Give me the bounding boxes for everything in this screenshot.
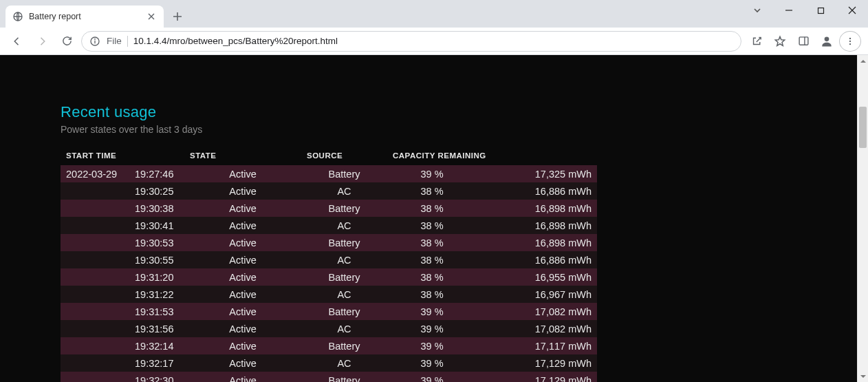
header-start-time: START TIME — [61, 147, 184, 165]
cell-percent: 39 % — [387, 165, 477, 182]
scroll-up-arrow[interactable] — [858, 55, 868, 67]
bookmark-button[interactable] — [769, 31, 791, 52]
cell-mwh: 17,129 mWh — [477, 372, 597, 382]
cell-source: Battery — [301, 200, 387, 217]
cell-mwh: 17,325 mWh — [477, 165, 597, 182]
cell-time: 19:30:38 — [129, 200, 184, 217]
cell-percent: 39 % — [387, 372, 477, 382]
cell-percent: 38 % — [387, 251, 477, 268]
scroll-track[interactable] — [858, 67, 868, 370]
cell-source: AC — [301, 182, 387, 200]
svg-point-9 — [849, 40, 851, 41]
cell-date — [61, 320, 129, 337]
cell-time: 19:30:41 — [129, 217, 184, 234]
table-row: 19:30:38ActiveBattery38 %16,898 mWh — [61, 200, 597, 217]
table-row: 19:31:20ActiveBattery38 %16,955 mWh — [61, 268, 597, 286]
cell-state: Active — [184, 303, 301, 320]
cell-state: Active — [184, 251, 301, 268]
table-row: 19:32:30ActiveBattery39 %17,129 mWh — [61, 372, 597, 382]
cell-date — [61, 234, 129, 251]
svg-point-8 — [849, 37, 851, 39]
cell-state: Active — [184, 337, 301, 354]
cell-percent: 38 % — [387, 268, 477, 286]
cell-mwh: 16,955 mWh — [477, 268, 597, 286]
cell-state: Active — [184, 372, 301, 382]
profile-button[interactable] — [816, 31, 838, 52]
cell-mwh: 17,082 mWh — [477, 303, 597, 320]
cell-mwh: 17,129 mWh — [477, 354, 597, 372]
tab-close-button[interactable] — [146, 11, 157, 22]
section-title: Recent usage — [61, 103, 857, 121]
cell-mwh: 16,886 mWh — [477, 182, 597, 200]
browser-tab[interactable]: Battery report — [6, 6, 164, 28]
cell-source: AC — [301, 286, 387, 303]
table-row: 19:31:53ActiveBattery39 %17,082 mWh — [61, 303, 597, 320]
back-button[interactable] — [7, 31, 28, 52]
url-path: 10.1.4.4/mro/between_pcs/Battery%20repor… — [133, 36, 734, 46]
cell-mwh: 16,967 mWh — [477, 286, 597, 303]
header-state: STATE — [184, 147, 301, 165]
address-bar[interactable]: File 10.1.4.4/mro/between_pcs/Battery%20… — [81, 31, 741, 52]
viewport-wrap: Recent usage Power states over the last … — [0, 55, 868, 382]
cell-state: Active — [184, 165, 301, 182]
cell-time: 19:30:55 — [129, 251, 184, 268]
cell-state: Active — [184, 182, 301, 200]
cell-source: AC — [301, 217, 387, 234]
cell-source: AC — [301, 354, 387, 372]
svg-rect-1 — [818, 8, 823, 13]
reload-button[interactable] — [56, 31, 77, 52]
table-row: 19:30:55ActiveAC38 %16,886 mWh — [61, 251, 597, 268]
cell-date — [61, 286, 129, 303]
table-row: 2022-03-2919:27:46ActiveBattery39 %17,32… — [61, 165, 597, 182]
scroll-down-arrow[interactable] — [858, 370, 868, 382]
cell-mwh: 17,117 mWh — [477, 337, 597, 354]
tab-search-button[interactable] — [741, 0, 773, 21]
cell-source: Battery — [301, 337, 387, 354]
cell-date: 2022-03-29 — [61, 165, 129, 182]
app-menu-button[interactable] — [839, 31, 861, 52]
battery-report: Recent usage Power states over the last … — [0, 55, 857, 382]
site-info-icon[interactable] — [89, 35, 101, 47]
table-row: 19:30:41ActiveAC38 %16,898 mWh — [61, 217, 597, 234]
page-viewport[interactable]: Recent usage Power states over the last … — [0, 55, 857, 382]
cell-time: 19:31:56 — [129, 320, 184, 337]
header-capacity: CAPACITY REMAINING — [387, 147, 597, 165]
window-minimize-button[interactable] — [773, 0, 805, 21]
cell-time: 19:32:14 — [129, 337, 184, 354]
cell-mwh: 16,898 mWh — [477, 217, 597, 234]
cell-source: Battery — [301, 234, 387, 251]
cell-percent: 38 % — [387, 286, 477, 303]
table-row: 19:30:25ActiveAC38 %16,886 mWh — [61, 182, 597, 200]
section-subtitle: Power states over the last 3 days — [61, 124, 857, 135]
cell-state: Active — [184, 354, 301, 372]
cell-state: Active — [184, 320, 301, 337]
svg-rect-5 — [799, 37, 808, 45]
window-maximize-button[interactable] — [805, 0, 836, 21]
url-scheme: File — [107, 36, 122, 46]
cell-mwh: 16,898 mWh — [477, 200, 597, 217]
side-panel-button[interactable] — [792, 31, 814, 52]
forward-button[interactable] — [32, 31, 52, 52]
globe-icon — [12, 11, 23, 22]
table-header-row: START TIME STATE SOURCE CAPACITY REMAINI… — [61, 147, 597, 165]
cell-state: Active — [184, 234, 301, 251]
vertical-scrollbar[interactable] — [857, 55, 868, 382]
svg-point-7 — [825, 36, 829, 41]
scroll-thumb[interactable] — [859, 107, 867, 148]
new-tab-button[interactable] — [168, 7, 187, 26]
cell-time: 19:27:46 — [129, 165, 184, 182]
cell-mwh: 16,886 mWh — [477, 251, 597, 268]
window-close-button[interactable] — [836, 0, 868, 21]
share-button[interactable] — [746, 31, 768, 52]
cell-time: 19:31:22 — [129, 286, 184, 303]
cell-mwh: 17,082 mWh — [477, 320, 597, 337]
cell-date — [61, 200, 129, 217]
cell-percent: 39 % — [387, 303, 477, 320]
cell-percent: 38 % — [387, 234, 477, 251]
cell-time: 19:31:20 — [129, 268, 184, 286]
cell-mwh: 16,898 mWh — [477, 234, 597, 251]
table-row: 19:31:22ActiveAC38 %16,967 mWh — [61, 286, 597, 303]
tab-title: Battery report — [29, 12, 140, 21]
cell-percent: 39 % — [387, 337, 477, 354]
table-row: 19:30:53ActiveBattery38 %16,898 mWh — [61, 234, 597, 251]
